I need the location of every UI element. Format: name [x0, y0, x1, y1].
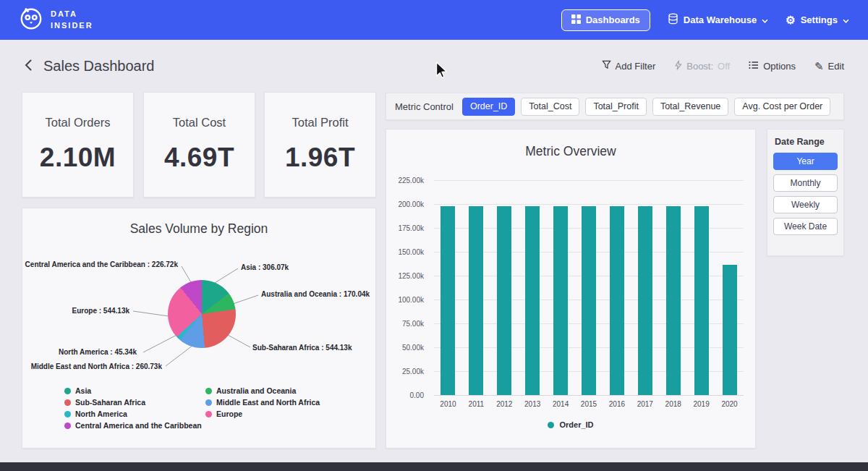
boost-toggle[interactable]: Boost: Off — [674, 60, 730, 72]
pie-legend-item-middle-east-and-north-africa[interactable]: Middle East and North Africa — [205, 396, 320, 408]
bar-2017[interactable] — [638, 206, 652, 395]
date-range-option-weekly[interactable]: Weekly — [773, 196, 838, 213]
brand[interactable]: DATA INSIDER — [19, 7, 93, 34]
edit-button[interactable]: ✎ Edit — [814, 61, 844, 72]
pie-chart-title: Sales Volume by Region — [22, 208, 375, 237]
add-filter-button[interactable]: Add Filter — [602, 60, 656, 72]
bar-legend-dot — [548, 422, 554, 428]
y-tick: 25.00k — [402, 367, 424, 375]
x-tick-2019: 2019 — [687, 400, 715, 408]
bar-cell — [715, 180, 744, 395]
bars — [434, 180, 744, 395]
pie-legend-item-europe[interactable]: Europe — [205, 408, 320, 420]
data-warehouse-label: Data Warehouse — [684, 14, 757, 25]
x-tick-2014: 2014 — [547, 400, 575, 408]
add-filter-label: Add Filter — [616, 61, 656, 72]
y-tick: 200.00k — [398, 200, 424, 208]
dashboards-button[interactable]: Dashboards — [561, 9, 650, 31]
bar-cell — [575, 180, 603, 395]
pie-legend-item-asia[interactable]: Asia — [64, 385, 202, 396]
bar-legend[interactable]: Order_ID — [386, 420, 755, 429]
legend-label: Asia — [75, 386, 91, 395]
brand-line-2: INSIDER — [51, 20, 93, 31]
filter-icon — [602, 60, 611, 72]
bar-2015[interactable] — [582, 206, 596, 395]
bar-cell — [547, 180, 575, 395]
y-tick: 150.00k — [398, 248, 424, 256]
bar-2020[interactable] — [723, 265, 737, 395]
y-tick: 225.00k — [398, 177, 424, 184]
metric-option-total-cost[interactable]: Total_Cost — [521, 98, 579, 116]
metric-overview-card: Metric Overview 225.00k200.00k175.00k150… — [386, 129, 756, 449]
footer-strip — [0, 462, 868, 471]
data-warehouse-menu[interactable]: Data Warehouse — [668, 13, 768, 27]
bar-cell — [434, 180, 462, 395]
pie-legend-item-north-america[interactable]: North America — [64, 408, 202, 420]
top-nav: DATA INSIDER Dashboards — [0, 0, 868, 40]
legend-dot — [205, 388, 212, 394]
bar-2018[interactable] — [666, 206, 681, 395]
y-tick: 175.00k — [398, 224, 424, 232]
kpi-card-total-profit: Total Profit 1.96T — [264, 92, 376, 198]
pie-chart[interactable] — [168, 280, 236, 348]
date-range-option-year[interactable]: Year — [773, 153, 838, 170]
app-canvas: DATA INSIDER Dashboards — [0, 0, 868, 471]
kpi-value: 4.69T — [144, 143, 255, 173]
legend-dot — [64, 423, 71, 429]
brand-line-1: DATA — [51, 9, 93, 20]
date-range-label: Date Range — [775, 137, 838, 147]
kpi-label: Total Profit — [265, 116, 375, 130]
bar-2013[interactable] — [525, 206, 540, 395]
date-range-panel: Date Range YearMonthlyWeeklyWeek Date — [767, 129, 844, 256]
y-tick: 125.00k — [398, 271, 424, 279]
metric-option-total-revenue[interactable]: Total_Revenue — [652, 98, 728, 116]
pie-legend-item-sub-saharan-africa[interactable]: Sub-Saharan Africa — [64, 396, 202, 408]
legend-dot — [64, 388, 71, 394]
kpi-value: 1.96T — [265, 143, 375, 173]
bar-2019[interactable] — [694, 206, 709, 395]
bar-cell — [490, 180, 519, 395]
back-button[interactable] — [22, 56, 35, 76]
list-icon — [749, 61, 759, 72]
pie-label-central-america-and-the-caribbean: Central America and the Caribbean : 226.… — [25, 260, 178, 268]
metric-option-order-id[interactable]: Order_ID — [462, 98, 515, 116]
chevron-down-icon — [762, 14, 768, 25]
pie-label-asia: Asia : 306.07k — [241, 263, 289, 271]
bar-cell — [603, 180, 631, 395]
options-button[interactable]: Options — [749, 61, 796, 72]
metric-option-avg-cost-per-order[interactable]: Avg. Cost per Order — [734, 98, 830, 116]
x-tick-2018: 2018 — [659, 400, 687, 408]
date-range-option-week-date[interactable]: Week Date — [773, 218, 838, 235]
nav-actions: Dashboards Data Warehouse ⚙ Settings — [561, 9, 849, 31]
bar-2011[interactable] — [469, 206, 483, 395]
pencil-icon: ✎ — [814, 61, 824, 72]
pie-label-north-america: North America : 45.34k — [59, 348, 137, 356]
y-tick: 100.00k — [398, 296, 424, 304]
boost-label: Boost: — [686, 61, 713, 72]
pie-legend-item-central-america-and-the-caribbean[interactable]: Central America and the Caribbean — [64, 420, 202, 431]
legend-label: North America — [75, 410, 127, 418]
dashboards-label: Dashboards — [586, 14, 640, 25]
pie-legend-item-australia-and-oceania[interactable]: Australia and Oceania — [205, 385, 320, 396]
x-tick-2017: 2017 — [631, 400, 659, 408]
database-icon — [668, 13, 678, 27]
bar-2012[interactable] — [497, 206, 511, 395]
legend-dot — [64, 399, 71, 406]
x-tick-2016: 2016 — [603, 400, 631, 408]
settings-label: Settings — [801, 14, 838, 25]
legend-dot — [205, 411, 212, 417]
x-tick-2020: 2020 — [715, 400, 744, 408]
kpi-label: Total Cost — [144, 116, 255, 130]
date-range-option-monthly[interactable]: Monthly — [773, 174, 838, 192]
grid-icon — [571, 14, 581, 26]
bar-2014[interactable] — [553, 206, 568, 395]
bar-2010[interactable] — [441, 206, 455, 395]
edit-label: Edit — [828, 61, 844, 72]
settings-menu[interactable]: ⚙ Settings — [786, 14, 849, 25]
y-tick: 0.00 — [410, 391, 424, 399]
brand-name: DATA INSIDER — [51, 9, 93, 31]
metric-option-total-profit[interactable]: Total_Profit — [585, 98, 647, 116]
chevron-down-icon — [843, 14, 849, 25]
pie-label-middle-east-and-north-africa: Middle East and North Africa : 260.73k — [31, 362, 162, 370]
bar-2016[interactable] — [610, 206, 624, 395]
